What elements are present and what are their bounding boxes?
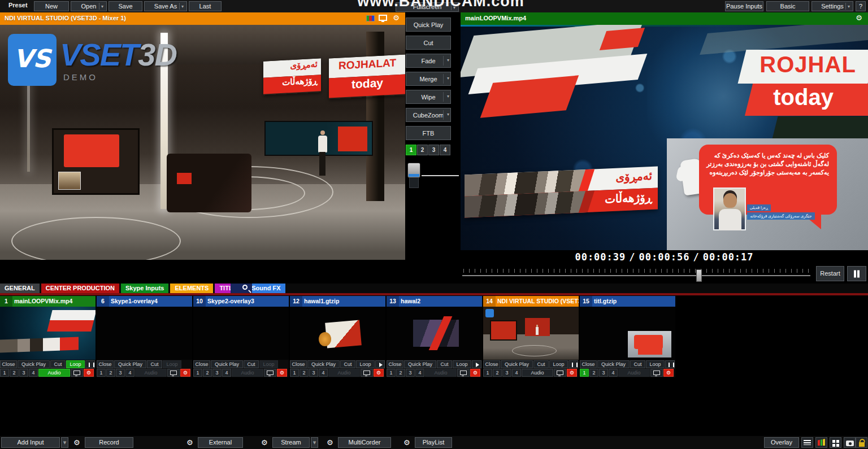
bus-1-button[interactable]: 1 bbox=[0, 369, 9, 377]
preset-button[interactable]: Preset bbox=[8, 2, 28, 8]
external-settings-icon[interactable]: ⚙ bbox=[186, 438, 193, 447]
add-input-button[interactable]: Add Input bbox=[1, 437, 60, 448]
input-header[interactable]: 13 hawal2 bbox=[387, 296, 482, 307]
snapshot-button[interactable] bbox=[844, 437, 856, 448]
bus-2-button[interactable]: 2 bbox=[10, 369, 19, 377]
multicorder-settings-icon[interactable]: ⚙ bbox=[327, 438, 333, 447]
list-view-button[interactable] bbox=[801, 437, 813, 448]
bus-3-button[interactable]: 3 bbox=[309, 369, 318, 377]
input-settings-button[interactable]: ⚙ bbox=[180, 369, 190, 377]
input-header[interactable]: 1 mainLOOPVMix.mp4 bbox=[0, 296, 96, 307]
loop-button[interactable]: Loop bbox=[453, 360, 471, 368]
audio-button[interactable]: Audio bbox=[38, 369, 70, 377]
cut-button[interactable]: Cut bbox=[533, 360, 549, 368]
quick-play-button[interactable]: Quick Play bbox=[114, 360, 146, 368]
bus-2-button[interactable]: 2 bbox=[203, 369, 212, 377]
last-button[interactable]: Last bbox=[189, 1, 222, 11]
bus-3-button[interactable]: 3 bbox=[19, 369, 28, 377]
bus-1-button[interactable]: 1 bbox=[580, 369, 589, 377]
save-as-button[interactable]: Save As▾ bbox=[144, 1, 187, 11]
cut-button[interactable]: Cut bbox=[340, 360, 355, 368]
audio-meters-button[interactable] bbox=[815, 437, 827, 448]
transition-button[interactable]: CubeZoom bbox=[406, 108, 451, 122]
audio-button[interactable]: Audio bbox=[522, 369, 553, 377]
transition-number-3[interactable]: 3 bbox=[428, 145, 439, 155]
category-tab[interactable]: ELEMENTS bbox=[170, 284, 213, 293]
quick-play-button[interactable]: Quick Play bbox=[597, 360, 630, 368]
fullscreen-output-button[interactable] bbox=[264, 369, 276, 377]
program-gear-icon[interactable]: ⚙ bbox=[856, 14, 862, 22]
tbar-handle[interactable] bbox=[407, 163, 420, 178]
close-button[interactable]: Close bbox=[193, 360, 210, 368]
quick-play-button[interactable]: Quick Play bbox=[18, 360, 50, 368]
bus-4-button[interactable]: 4 bbox=[125, 369, 134, 377]
input-tile[interactable]: 12 hawal1.gtzip Close Quick Play Cut Loo… bbox=[290, 296, 385, 377]
input-tile[interactable]: 13 hawal2 Close Quick Play Cut Loop 1 2 … bbox=[387, 296, 482, 377]
open-button[interactable]: Open▾ bbox=[71, 1, 107, 11]
monitor-icon[interactable] bbox=[379, 15, 387, 21]
loop-button[interactable]: Loop bbox=[356, 360, 375, 368]
transport-button[interactable] bbox=[665, 360, 675, 368]
fullscreen-output-button[interactable] bbox=[361, 369, 373, 377]
bus-2-button[interactable]: 2 bbox=[589, 369, 598, 377]
input-thumbnail[interactable] bbox=[483, 307, 579, 360]
help-button[interactable]: ? bbox=[856, 1, 866, 11]
external-button[interactable]: External bbox=[198, 437, 243, 448]
transition-button[interactable]: FTB bbox=[406, 126, 451, 140]
bus-1-button[interactable]: 1 bbox=[483, 369, 492, 377]
transport-button[interactable] bbox=[85, 360, 95, 368]
transport-button[interactable] bbox=[375, 360, 385, 368]
bus-4-button[interactable]: 4 bbox=[29, 369, 38, 377]
close-button[interactable]: Close bbox=[0, 360, 17, 368]
cut-button[interactable]: Cut bbox=[244, 360, 259, 368]
bus-2-button[interactable]: 2 bbox=[106, 369, 115, 377]
loop-button[interactable]: Loop bbox=[549, 360, 568, 368]
input-thumbnail[interactable] bbox=[97, 307, 192, 360]
input-tile[interactable]: 15 titl.gtzip Close Quick Play Cut Loop … bbox=[580, 296, 675, 377]
input-settings-button[interactable]: ⚙ bbox=[567, 369, 577, 377]
quick-play-button[interactable]: Quick Play bbox=[307, 360, 340, 368]
transition-button[interactable]: Fade bbox=[406, 54, 451, 68]
settings-dropdown-icon[interactable]: ▾ bbox=[845, 3, 852, 10]
transition-button[interactable]: Merge bbox=[406, 72, 451, 86]
input-thumbnail[interactable] bbox=[290, 307, 385, 360]
audio-button[interactable]: Audio bbox=[328, 369, 360, 377]
fullscreen-output-button[interactable] bbox=[167, 369, 180, 377]
preview-gear-icon[interactable]: ⚙ bbox=[393, 14, 400, 22]
audio-button[interactable]: Audio bbox=[618, 369, 650, 377]
transition-button[interactable]: Wipe bbox=[406, 90, 451, 104]
quick-play-button[interactable]: Quick Play bbox=[211, 360, 243, 368]
multiview-button[interactable] bbox=[830, 437, 841, 448]
save-as-dropdown-icon[interactable]: ▾ bbox=[179, 3, 185, 10]
settings-button[interactable]: Settings▾ bbox=[811, 1, 853, 11]
bus-3-button[interactable]: 3 bbox=[406, 369, 415, 377]
audio-button[interactable]: Audio bbox=[232, 369, 263, 377]
bus-3-button[interactable]: 3 bbox=[599, 369, 608, 377]
loop-button[interactable]: Loop bbox=[259, 360, 278, 368]
cut-button[interactable]: Cut bbox=[630, 360, 645, 368]
input-header[interactable]: 6 Skype1-overlay4 bbox=[97, 296, 192, 307]
transition-button[interactable]: Quick Play bbox=[406, 18, 451, 32]
input-tile[interactable]: 6 Skype1-overlay4 Close Quick Play Cut L… bbox=[97, 296, 192, 377]
quick-play-button[interactable]: Quick Play bbox=[501, 360, 533, 368]
fullscreen-output-button[interactable] bbox=[554, 369, 566, 377]
cut-button[interactable]: Cut bbox=[50, 360, 66, 368]
input-settings-button[interactable]: ⚙ bbox=[470, 369, 480, 377]
bus-1-button[interactable]: 1 bbox=[193, 369, 202, 377]
bus-3-button[interactable]: 3 bbox=[502, 369, 511, 377]
close-button[interactable]: Close bbox=[387, 360, 403, 368]
stream-settings-icon[interactable]: ⚙ bbox=[261, 438, 268, 447]
pause-inputs-button[interactable]: Pause Inputs bbox=[725, 1, 763, 11]
transport-button[interactable] bbox=[472, 360, 481, 368]
close-button[interactable]: Close bbox=[97, 360, 114, 368]
multicorder-button[interactable]: MultiCorder bbox=[338, 437, 391, 448]
bus-1-button[interactable]: 1 bbox=[387, 369, 396, 377]
audio-button[interactable]: Audio bbox=[425, 369, 457, 377]
restart-button[interactable]: Restart bbox=[816, 266, 844, 281]
bus-4-button[interactable]: 4 bbox=[609, 369, 618, 377]
new-button[interactable]: New bbox=[34, 1, 69, 11]
close-button[interactable]: Close bbox=[580, 360, 597, 368]
category-tab[interactable]: GENERAL bbox=[0, 284, 40, 293]
transition-number-4[interactable]: 4 bbox=[440, 145, 450, 155]
transition-number-1[interactable]: 1 bbox=[406, 145, 416, 155]
